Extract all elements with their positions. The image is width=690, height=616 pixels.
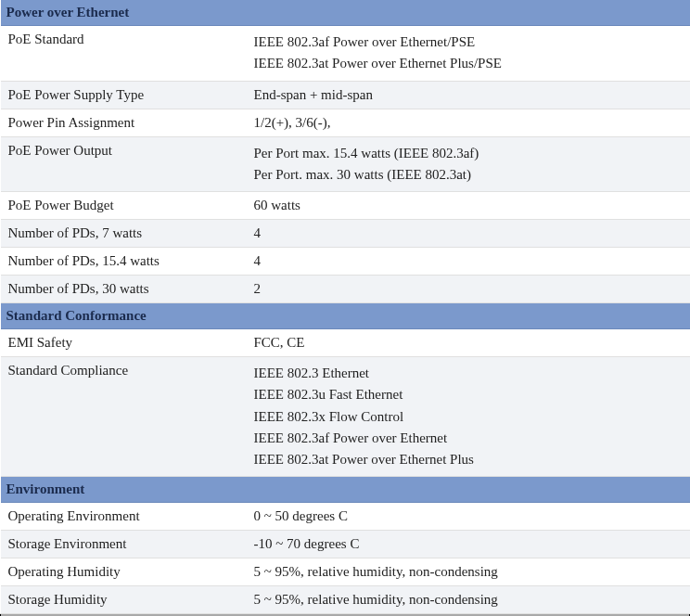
value-line: IEEE 802.3af Power over Ethernet xyxy=(254,428,683,449)
cell-label: PoE Standard xyxy=(1,26,247,82)
cell-value: Per Port max. 15.4 watts (IEEE 802.3af) … xyxy=(247,136,690,192)
cell-label: Number of PDs, 30 watts xyxy=(1,276,247,303)
cell-label: Storage Environment xyxy=(1,531,247,558)
section-header-label: Power over Ethernet xyxy=(1,0,690,26)
cell-value: IEEE 802.3 Ethernet IEEE 802.3u Fast Eth… xyxy=(247,357,690,477)
cell-label: Operating Environment xyxy=(1,503,247,531)
value-line: IEEE 802.3at Power over Ethernet Plus/PS… xyxy=(254,53,683,74)
cell-label: PoE Power Output xyxy=(1,136,247,192)
row-poe-output: PoE Power Output Per Port max. 15.4 watt… xyxy=(1,136,690,192)
value-line: Per Port max. 15.4 watts (IEEE 802.3af) xyxy=(254,143,683,164)
row-emi-safety: EMI Safety FCC, CE xyxy=(1,329,690,357)
cell-label: EMI Safety xyxy=(1,329,247,357)
value-line: IEEE 802.3at Power over Ethernet Plus xyxy=(254,449,683,470)
cell-label: Number of PDs, 7 watts xyxy=(1,220,247,248)
cell-label: Power Pin Assignment xyxy=(1,109,247,136)
row-poe-budget: PoE Power Budget 60 watts xyxy=(1,192,690,220)
row-pd-30w: Number of PDs, 30 watts 2 xyxy=(1,276,690,303)
row-operating-environment: Operating Environment 0 ~ 50 degrees C xyxy=(1,503,690,531)
cell-value: 4 xyxy=(247,220,690,248)
row-storage-environment: Storage Environment -10 ~ 70 degrees C xyxy=(1,531,690,558)
value-line: IEEE 802.3x Flow Control xyxy=(254,406,683,428)
section-header-environment: Environment xyxy=(1,477,690,503)
cell-label: Operating Humidity xyxy=(1,558,247,586)
section-header-label: Standard Conformance xyxy=(1,303,690,329)
section-header-label: Environment xyxy=(1,477,690,503)
cell-value: 60 watts xyxy=(247,192,690,220)
spec-table: Power over Ethernet PoE Standard IEEE 80… xyxy=(0,0,690,616)
cell-label: PoE Power Supply Type xyxy=(1,81,247,109)
cell-value: 1/2(+), 3/6(-), xyxy=(247,109,690,136)
section-header-conformance: Standard Conformance xyxy=(1,303,690,329)
row-poe-standard: PoE Standard IEEE 802.3af Power over Eth… xyxy=(1,26,690,82)
cell-label: PoE Power Budget xyxy=(1,192,247,220)
value-line: IEEE 802.3af Power over Ethernet/PSE xyxy=(254,32,683,53)
value-line: IEEE 802.3u Fast Ethernet xyxy=(254,384,683,405)
value-line: Per Port. max. 30 watts (IEEE 802.3at) xyxy=(254,164,683,186)
cell-label: Standard Compliance xyxy=(1,357,247,477)
row-operating-humidity: Operating Humidity 5 ~ 95%, relative hum… xyxy=(1,558,690,586)
section-header-poe: Power over Ethernet xyxy=(1,0,690,26)
cell-value: IEEE 802.3af Power over Ethernet/PSE IEE… xyxy=(247,26,690,82)
cell-value: FCC, CE xyxy=(247,329,690,357)
cell-label: Number of PDs, 15.4 watts xyxy=(1,248,247,276)
row-pd-7w: Number of PDs, 7 watts 4 xyxy=(1,220,690,248)
cell-value: 5 ~ 95%, relative humidity, non-condensi… xyxy=(247,558,690,586)
value-line: IEEE 802.3 Ethernet xyxy=(254,363,683,384)
cell-value: 2 xyxy=(247,276,690,303)
cell-value: End-span + mid-span xyxy=(247,81,690,109)
cell-label: Storage Humidity xyxy=(1,586,247,614)
spec-table-container: Power over Ethernet PoE Standard IEEE 80… xyxy=(0,0,690,616)
row-storage-humidity: Storage Humidity 5 ~ 95%, relative humid… xyxy=(1,586,690,614)
cell-value: 4 xyxy=(247,248,690,276)
cell-value: 0 ~ 50 degrees C xyxy=(247,503,690,531)
row-poe-supply-type: PoE Power Supply Type End-span + mid-spa… xyxy=(1,81,690,109)
row-standard-compliance: Standard Compliance IEEE 802.3 Ethernet … xyxy=(1,357,690,477)
row-power-pin: Power Pin Assignment 1/2(+), 3/6(-), xyxy=(1,109,690,136)
cell-value: 5 ~ 95%, relative humidity, non-condensi… xyxy=(247,586,690,614)
row-pd-15w: Number of PDs, 15.4 watts 4 xyxy=(1,248,690,276)
cell-value: -10 ~ 70 degrees C xyxy=(247,531,690,558)
